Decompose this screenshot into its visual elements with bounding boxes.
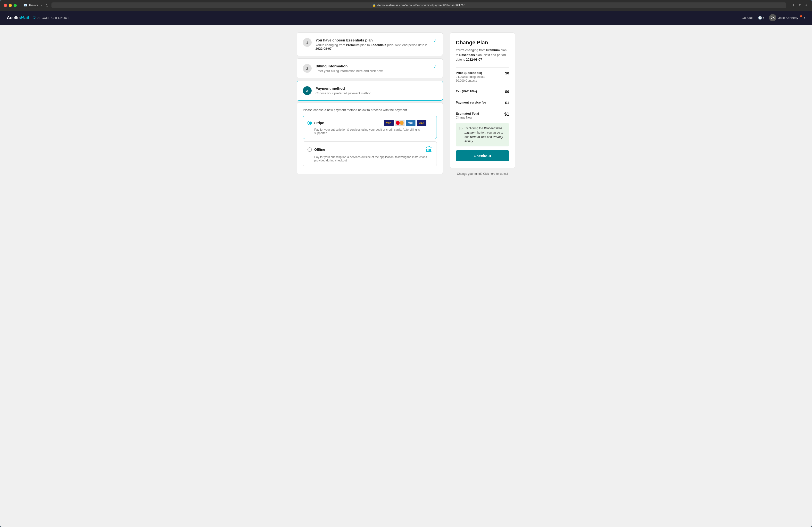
summary-card: Change Plan You're changing from Premium… <box>450 32 515 168</box>
user-name: Jolie Kennedy <box>778 16 798 20</box>
total-label: Estimated Total <box>456 112 479 115</box>
app-header: Acelle M ail 🛡 SECURE CHECKOUT ← Go back… <box>0 11 812 25</box>
stripe-name: Stripe <box>314 121 381 125</box>
avatar: JK <box>769 14 776 21</box>
step-2-subtitle: Enter your billing information here and … <box>316 69 429 73</box>
mastercard-icon <box>395 120 405 126</box>
summary-column: Change Plan You're changing from Premium… <box>450 32 515 176</box>
fee-row: Payment service fee $1 <box>456 101 509 105</box>
offline-name: Offline <box>314 148 423 151</box>
price-label-group: Price (Essentials) 24,000 sending credit… <box>456 71 485 82</box>
price-sub2: 50,000 Contacts <box>456 79 485 82</box>
url-text: demo.acellemail.com/account/subscription… <box>377 4 465 7</box>
step-3-content: Payment method Choose your preferred pay… <box>316 86 437 95</box>
traffic-lights <box>4 4 17 7</box>
step-3-title: Payment method <box>316 86 437 90</box>
user-chevron-icon: ▾ <box>804 16 805 19</box>
amex-card-icon: AMEX <box>406 120 416 126</box>
browser-window: 📧 Private ‹ ↻ 🔒 demo.acellemail.com/acco… <box>0 0 812 11</box>
minimize-button[interactable] <box>9 4 12 7</box>
back-button[interactable]: ‹ <box>41 3 42 7</box>
step-1-subtitle: You're changing from Premium plan to Ess… <box>316 43 429 50</box>
total-row: Estimated Total Charge Now $1 <box>456 112 509 119</box>
go-back-label: Go back <box>742 16 753 20</box>
step-3-card: 3 Payment method Choose your preferred p… <box>297 81 443 101</box>
maximize-button[interactable] <box>14 4 17 7</box>
step-1-card: 1 You have chosen Essentials plan You're… <box>297 32 443 56</box>
browser-toolbar: 📧 Private ‹ ↻ 🔒 demo.acellemail.com/acco… <box>4 2 808 11</box>
divider-3 <box>456 97 509 97</box>
step-2-check-icon: ✓ <box>433 64 437 69</box>
notification-badge <box>800 15 802 17</box>
payment-section: Please choose a new payment method below… <box>297 103 443 174</box>
main-content: 1 You have chosen Essentials plan You're… <box>0 25 812 527</box>
shield-icon: 🛡 <box>32 16 36 20</box>
tax-row: Tax (VAT 10%) $0 <box>456 89 509 93</box>
tab-bar: 📧 Private <box>24 4 38 7</box>
cancel-link[interactable]: Change your mind? Cick here to cancel <box>450 172 515 176</box>
go-back-button[interactable]: ← Go back <box>737 16 753 20</box>
history-icon: 🕐 <box>758 16 762 20</box>
checkout-button[interactable]: Checkout <box>456 150 509 161</box>
share-icon[interactable]: ⬆ <box>798 3 801 7</box>
offline-description: Pay for your subscription & services out… <box>314 155 432 162</box>
reload-button[interactable]: ↻ <box>45 3 48 8</box>
logo-acelle: Acelle <box>7 15 20 20</box>
info-text: By clicking the Proceed with payment but… <box>464 126 506 144</box>
stripe-description: Pay for your subscription & services usi… <box>314 128 432 135</box>
stripe-option[interactable]: Stripe VISA AMEX VISA ··· Pay for <box>303 116 437 139</box>
offline-option[interactable]: Offline 🏛 Pay for your subscription & se… <box>303 141 437 166</box>
info-icon: ⓘ <box>459 126 463 144</box>
tab-favicon: 📧 <box>24 4 27 7</box>
total-label-group: Estimated Total Charge Now <box>456 112 479 119</box>
fee-value: $1 <box>505 101 509 105</box>
url-bar[interactable]: 🔒 demo.acellemail.com/account/subscripti… <box>52 2 786 8</box>
header-left: Acelle M ail 🛡 SECURE CHECKOUT <box>7 15 69 20</box>
logo-M: M <box>20 15 24 20</box>
price-label: Price (Essentials) <box>456 71 485 75</box>
secure-label: SECURE CHECKOUT <box>38 16 69 20</box>
history-button[interactable]: 🕐 ▾ <box>758 16 764 20</box>
visa2-card-icon: VISA <box>417 120 426 126</box>
step-1-title: You have chosen Essentials plan <box>316 38 429 42</box>
fee-label: Payment service fee <box>456 101 486 104</box>
content-wrapper: 1 You have chosen Essentials plan You're… <box>297 32 515 176</box>
visa-card-icon: VISA <box>384 120 394 126</box>
lock-icon: 🔒 <box>373 4 376 7</box>
offline-radio[interactable] <box>307 147 312 152</box>
step-2-content: Billing information Enter your billing i… <box>316 64 429 73</box>
header-right: ← Go back 🕐 ▾ JK Jolie Kennedy ▾ <box>737 14 805 21</box>
steps-column: 1 You have chosen Essentials plan You're… <box>297 32 443 176</box>
secure-badge: 🛡 SECURE CHECKOUT <box>32 16 69 20</box>
divider-4 <box>456 108 509 108</box>
step-3-number: 3 <box>303 86 311 95</box>
summary-title: Change Plan <box>456 40 509 46</box>
tax-value: $0 <box>505 89 509 93</box>
payment-hint: Please choose a new payment method below… <box>303 108 437 112</box>
download-icon[interactable]: ⬇ <box>792 3 795 7</box>
more-cards-icon: ··· <box>427 121 432 125</box>
user-menu[interactable]: JK Jolie Kennedy ▾ <box>769 14 805 21</box>
tab-label[interactable]: Private <box>29 4 38 7</box>
total-sub: Charge Now <box>456 116 479 119</box>
offline-icon: 🏛 <box>425 146 432 153</box>
close-button[interactable] <box>4 4 7 7</box>
arrow-left-icon: ← <box>737 16 740 20</box>
step-2-title: Billing information <box>316 64 429 68</box>
tax-label: Tax (VAT 10%) <box>456 89 477 93</box>
total-value: $1 <box>504 112 509 117</box>
price-row: Price (Essentials) 24,000 sending credit… <box>456 71 509 82</box>
step-3-subtitle: Choose your preferred payment method <box>316 91 437 95</box>
step-1-number: 1 <box>303 38 311 47</box>
chevron-down-icon: ▾ <box>763 16 764 19</box>
browser-actions: ⬇ ⬆ ＋ <box>792 3 808 7</box>
logo-mail: ail <box>24 15 29 20</box>
step-1-check-icon: ✓ <box>433 38 437 43</box>
offline-option-header: Offline 🏛 <box>307 146 432 153</box>
stripe-cards: VISA AMEX VISA ··· <box>384 120 432 126</box>
stripe-radio[interactable] <box>307 121 312 125</box>
step-2-number: 2 <box>303 64 311 73</box>
logo: Acelle M ail <box>7 15 29 20</box>
stripe-radio-inner <box>309 122 311 124</box>
new-tab-icon[interactable]: ＋ <box>805 3 808 7</box>
